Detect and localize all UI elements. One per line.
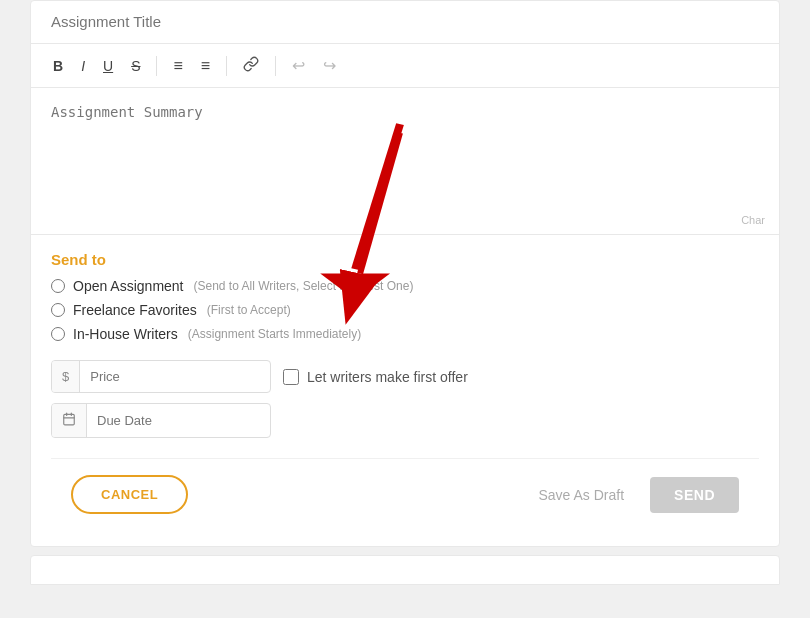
send-button[interactable]: SEND <box>650 477 739 513</box>
calendar-left-icon <box>52 404 87 437</box>
writers-offer-checkbox-label[interactable]: Let writers make first offer <box>283 369 468 385</box>
send-to-label: Send to <box>51 251 759 268</box>
svg-rect-0 <box>64 414 75 425</box>
assignment-form: B I U S ≡ ≡ <box>30 0 780 547</box>
radio-inhouse-description: (Assignment Starts Immediately) <box>188 327 361 341</box>
radio-open-label: Open Assignment <box>73 278 184 294</box>
radio-favorites-label: Freelance Favorites <box>73 302 197 318</box>
price-field-wrapper: $ <box>51 360 271 393</box>
summary-area: Char <box>31 88 779 235</box>
ordered-list-button[interactable]: ≡ <box>167 53 188 79</box>
writers-offer-text: Let writers make first offer <box>307 369 468 385</box>
radio-open-description: (Send to All Writers, Select the Best On… <box>194 279 414 293</box>
radio-inhouse-label: In-House Writers <box>73 326 178 342</box>
writers-offer-checkbox[interactable] <box>283 369 299 385</box>
link-button[interactable] <box>237 52 265 79</box>
cancel-button[interactable]: CANCEL <box>71 475 188 514</box>
toolbar-divider-1 <box>156 56 157 76</box>
due-date-row <box>51 403 759 438</box>
redo-button[interactable]: ↪ <box>317 52 342 79</box>
right-action-buttons: Save As Draft SEND <box>523 477 740 513</box>
radio-favorites-description: (First to Accept) <box>207 303 291 317</box>
form-footer: CANCEL Save As Draft SEND <box>51 458 759 530</box>
title-row <box>31 1 779 44</box>
text-toolbar: B I U S ≡ ≡ <box>31 44 779 88</box>
due-date-input[interactable] <box>87 405 271 436</box>
send-to-section: Send to Open Assignment (Send to All Wri… <box>31 235 779 546</box>
due-date-field-wrapper <box>51 403 271 438</box>
italic-button[interactable]: I <box>75 54 91 78</box>
unordered-list-button[interactable]: ≡ <box>195 53 216 79</box>
assignment-title-input[interactable] <box>51 13 759 30</box>
char-count: Char <box>741 214 765 226</box>
radio-freelance-favorites[interactable]: Freelance Favorites (First to Accept) <box>51 302 759 318</box>
radio-open-assignment[interactable]: Open Assignment (Send to All Writers, Se… <box>51 278 759 294</box>
price-date-fields: $ Let writers make first offer <box>51 360 759 438</box>
bold-button[interactable]: B <box>47 54 69 78</box>
toolbar-divider-3 <box>275 56 276 76</box>
strikethrough-button[interactable]: S <box>125 54 146 78</box>
assignment-type-radio-group: Open Assignment (Send to All Writers, Se… <box>51 278 759 342</box>
price-row: $ Let writers make first offer <box>51 360 759 393</box>
assignment-summary-input[interactable] <box>51 104 759 214</box>
radio-inhouse-writers[interactable]: In-House Writers (Assignment Starts Imme… <box>51 326 759 342</box>
price-input[interactable] <box>80 361 270 392</box>
radio-open-input[interactable] <box>51 279 65 293</box>
radio-favorites-input[interactable] <box>51 303 65 317</box>
dollar-icon: $ <box>52 361 80 392</box>
bottom-card-peek <box>30 555 780 585</box>
underline-button[interactable]: U <box>97 54 119 78</box>
toolbar-divider-2 <box>226 56 227 76</box>
save-draft-button[interactable]: Save As Draft <box>523 477 641 513</box>
undo-button[interactable]: ↩ <box>286 52 311 79</box>
radio-inhouse-input[interactable] <box>51 327 65 341</box>
